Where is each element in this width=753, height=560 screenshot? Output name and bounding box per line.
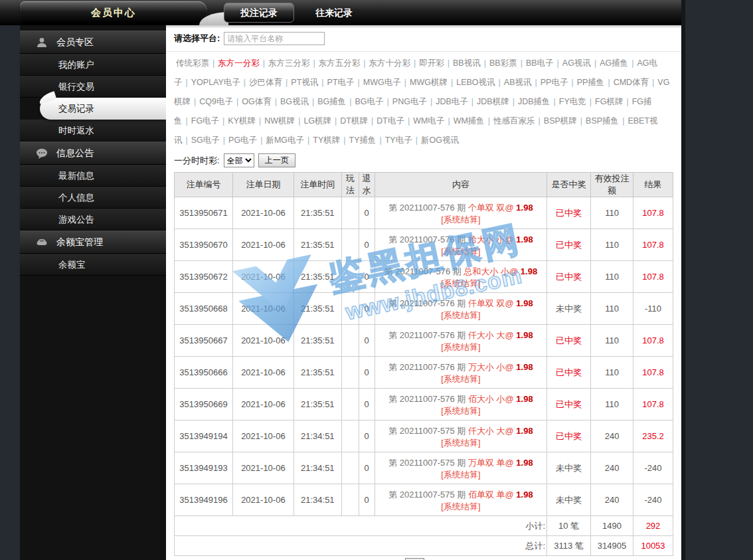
cell-win-status: 已中奖 [547,197,591,229]
platform-link[interactable]: MWG棋牌 [410,78,448,87]
platform-link[interactable]: BB视讯 [453,58,481,68]
platform-link[interactable]: FY电竞 [559,97,586,106]
cell-result: 107.8 [633,357,673,389]
cell-rebate: 0 [359,197,375,229]
platform-link[interactable]: 东方一分彩 [218,58,260,68]
platform-link[interactable]: BG电子 [355,97,384,106]
platform-link[interactable]: MWG电子 [363,78,401,87]
separator: | [557,58,559,68]
cell-date: 2021-10-06 [232,261,293,293]
platform-link[interactable]: LEBO视讯 [456,78,495,87]
platform-link[interactable]: 传统彩票 [176,58,209,68]
cell-rebate: 0 [359,452,375,484]
platform-link[interactable]: 即开彩 [419,58,444,68]
bet-detail: 仟大小 大@ [468,330,516,340]
separator: | [451,78,453,87]
prev-page-button[interactable]: 上一页 [258,153,295,167]
platform-link[interactable]: JDB电子 [436,97,468,106]
platform-link[interactable]: YOPLAY电子 [191,78,240,87]
platform-link[interactable]: TY电子 [385,136,412,145]
platform-link[interactable]: PT视讯 [291,78,318,87]
sidebar-item[interactable]: 时时返水 [20,120,166,141]
platform-link[interactable]: BSP捕鱼 [586,116,619,126]
platform-link[interactable]: WM电子 [413,116,444,126]
tab[interactable]: 往来记录 [299,3,369,23]
platform-link[interactable]: PNG电子 [392,97,427,106]
platform-link[interactable]: AB视讯 [504,78,532,87]
sidebar: 会员专区我的账户银行交易交易记录时时返水信息公告最新信息个人信息游戏公告余额宝管… [20,25,166,560]
platform-link[interactable]: FG电子 [191,116,219,126]
bet-detail: 佰单双 单@ [468,490,516,500]
platform-search-input[interactable] [224,32,325,45]
platform-link[interactable]: 东方十分彩 [369,58,411,68]
platform-link[interactable]: FG棋牌 [595,97,623,106]
platform-link[interactable]: BG捕鱼 [317,97,346,106]
cell-valid-amount: 110 [591,229,633,261]
platform-link[interactable]: PG电子 [228,136,257,145]
cell-rebate: 0 [359,389,375,420]
platform-link[interactable]: 沙巴体育 [249,78,282,87]
platform-link[interactable]: WM捕鱼 [454,116,485,126]
bet-line: 第 20211007-576 期 万大小 小@ 1.98 [376,361,545,373]
cell-order-id: 3513950666 [175,357,233,389]
sidebar-item[interactable]: 余额宝 [20,254,166,276]
settle-tag: [系统结算] [376,373,545,385]
separator: | [622,116,624,126]
column-header: 玩法 [341,173,359,197]
platform-link[interactable]: OG体育 [242,97,271,106]
platform-link[interactable]: SG电子 [191,136,220,145]
separator: | [244,78,246,87]
sidebar-section-header[interactable]: 会员专区 [20,31,166,54]
platform-link[interactable]: AG捕鱼 [600,58,628,68]
platform-link[interactable]: CQ9电子 [199,97,233,106]
cell-content: 第 20211007-575 期 佰单双 单@ 1.98[系统结算] [375,484,546,516]
platform-link[interactable]: DT棋牌 [340,116,368,126]
cell-order-id: 3513950669 [175,389,233,420]
cell-result: -110 [633,293,673,325]
platform-link[interactable]: 新MG电子 [266,136,304,145]
platform-link[interactable]: JDB捕鱼 [518,97,550,106]
tab[interactable]: 投注记录 [224,3,294,23]
platform-link[interactable]: DT电子 [376,116,404,126]
platform-link[interactable]: KY棋牌 [228,116,256,126]
sidebar-section-header[interactable]: 信息公告 [20,141,166,165]
separator: | [416,136,418,145]
sidebar-item[interactable]: 最新信息 [20,165,166,187]
separator: | [298,116,300,126]
platform-link[interactable]: 新OG视讯 [421,136,459,145]
sidebar-item[interactable]: 交易记录 [40,98,166,120]
platform-link[interactable]: BG视讯 [280,97,309,106]
separator: | [471,97,473,106]
platform-link[interactable]: BSP棋牌 [544,116,577,126]
bet-period: 第 20211007-575 期 [388,426,468,436]
platform-link[interactable]: 东方三分彩 [268,58,310,68]
platform-link[interactable]: 东方五分彩 [319,58,361,68]
cell-order-id: 3513949193 [175,452,233,484]
platform-link[interactable]: PP捕鱼 [577,78,605,87]
cell-valid-amount: 240 [591,484,633,516]
platform-link[interactable]: BB电子 [526,58,554,68]
platform-link[interactable]: TY捕鱼 [349,136,376,145]
cell-time: 21:34:51 [293,420,341,452]
platform-link[interactable]: AG视讯 [562,58,591,68]
sidebar-section-header[interactable]: 余额宝管理 [20,231,166,254]
platform-link[interactable]: LG棋牌 [303,116,331,126]
cell-play [341,197,359,229]
platform-link[interactable]: PT电子 [327,78,355,87]
sidebar-item[interactable]: 游戏公告 [20,209,166,231]
status-filter-select[interactable]: 全部 [224,153,254,167]
sidebar-item[interactable]: 银行交易 [20,76,166,98]
platform-link[interactable]: 性感百家乐 [493,116,535,126]
platform-link[interactable]: JDB棋牌 [477,97,509,106]
settle-tag: [系统结算] [376,437,545,448]
cell-result: 235.2 [633,420,673,452]
cell-win-status: 未中奖 [547,484,591,516]
platform-link[interactable]: CMD体育 [614,78,649,87]
platform-link[interactable]: NW棋牌 [264,116,295,126]
platform-link[interactable]: PP电子 [541,78,568,87]
platform-link[interactable]: BB彩票 [489,58,517,68]
settle-tag: [系统结算] [376,341,545,353]
platform-link[interactable]: TY棋牌 [313,136,340,145]
sidebar-item[interactable]: 个人信息 [20,187,166,209]
sidebar-item[interactable]: 我的账户 [20,54,166,76]
